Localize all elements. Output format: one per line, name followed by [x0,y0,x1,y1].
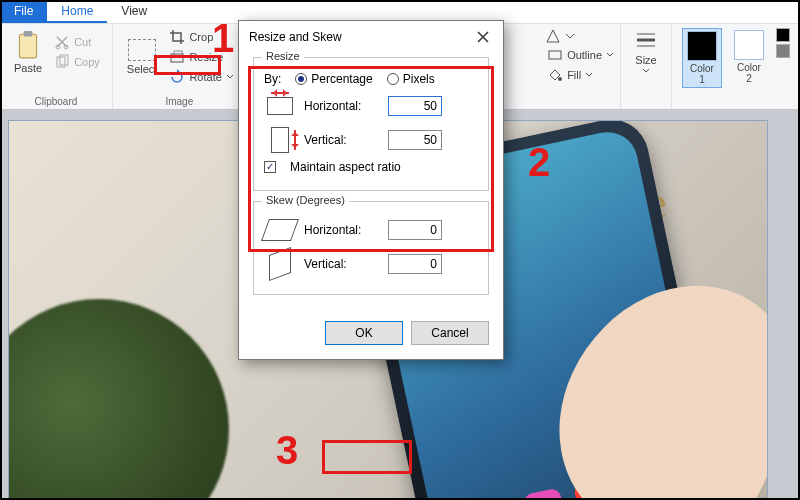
svg-point-9 [558,77,562,81]
close-button[interactable] [473,27,493,47]
outline-icon [547,47,563,63]
ribbon-group-clipboard: Paste Cut Copy Clipboard [0,24,113,109]
copy-button[interactable]: Copy [52,53,102,71]
color2-swatch [734,30,764,60]
ribbon-group-image: Select Crop Resize Rotate Image [113,24,247,109]
color2-button[interactable]: Color 2 [730,28,768,86]
resize-h-label: Horizontal: [304,99,380,113]
paste-button[interactable]: Paste [10,28,46,76]
svg-rect-8 [549,51,561,59]
color1-swatch [687,31,717,61]
size-button[interactable]: Size [631,28,661,76]
resize-label: Resize [189,51,223,63]
rotate-label: Rotate [189,71,221,83]
chevron-down-icon [585,67,593,83]
crop-label: Crop [189,31,213,43]
select-label: Select [127,63,158,75]
resize-fieldset: Resize By: Percentage Pixels Horizontal: [253,57,489,191]
by-label: By: [264,72,281,86]
swatch-black[interactable] [776,28,790,42]
resize-vertical-input[interactable] [388,130,442,150]
horizontal-resize-icon [264,92,296,120]
radio-percentage-label: Percentage [311,72,372,86]
rotate-icon [169,69,185,85]
fill-label: Fill [567,69,581,81]
skew-fieldset: Skew (Degrees) Horizontal: Vertical: [253,201,489,295]
swatch-gray[interactable] [776,44,790,58]
shape-triangle-icon[interactable] [545,28,561,44]
radio-pixels-label: Pixels [403,72,435,86]
radio-dot-icon [387,73,399,85]
ribbon-group-colors: Color 1 Color 2 [672,24,800,109]
vertical-resize-icon [264,126,296,154]
resize-horizontal-input[interactable] [388,96,442,116]
size-label: Size [635,54,656,66]
skew-v-label: Vertical: [304,257,380,271]
select-button[interactable]: Select [123,37,162,77]
fill-button[interactable]: Fill [545,66,595,84]
resize-button[interactable]: Resize [167,48,225,66]
group-title-clipboard: Clipboard [35,96,78,107]
resize-v-label: Vertical: [304,133,380,147]
resize-icon [169,49,185,65]
chevron-down-icon[interactable] [565,28,575,44]
radio-pixels[interactable]: Pixels [387,72,435,86]
tab-file[interactable]: File [0,0,47,23]
svg-rect-1 [24,31,33,36]
app-messages-icon [522,487,567,500]
radio-dot-icon [295,73,307,85]
color1-button[interactable]: Color 1 [682,28,722,88]
horizontal-skew-icon [264,216,296,244]
skew-legend: Skew (Degrees) [262,194,349,206]
color2-label: Color 2 [737,62,761,84]
group-title-image: Image [165,96,193,107]
chevron-down-icon [226,69,234,85]
dialog-titlebar[interactable]: Resize and Skew [239,21,503,53]
color1-label: Color 1 [690,63,714,85]
close-icon [477,31,489,43]
vertical-skew-icon [264,250,296,278]
cut-button[interactable]: Cut [52,33,93,51]
radio-percentage[interactable]: Percentage [295,72,372,86]
resize-legend: Resize [262,50,304,62]
plant-graphic [8,299,229,500]
rotate-button[interactable]: Rotate [167,68,235,86]
paste-label: Paste [14,62,42,74]
copy-label: Copy [74,56,100,68]
skew-horizontal-input[interactable] [388,220,442,240]
skew-vertical-input[interactable] [388,254,442,274]
maintain-aspect-label: Maintain aspect ratio [290,160,401,174]
crop-icon [169,29,185,45]
ok-button[interactable]: OK [325,321,403,345]
skew-h-label: Horizontal: [304,223,380,237]
fill-icon [547,67,563,83]
outline-button[interactable]: Outline [545,46,616,64]
tab-home[interactable]: Home [47,0,107,23]
maintain-aspect-checkbox[interactable] [264,161,276,173]
chevron-down-icon [642,68,650,74]
palette-partial [776,28,790,58]
paste-icon [15,30,41,60]
chevron-down-icon [606,47,614,63]
ribbon-group-size: Size [621,24,672,109]
outline-label: Outline [567,49,602,61]
select-icon [128,39,156,61]
crop-button[interactable]: Crop [167,28,215,46]
svg-rect-0 [19,34,36,58]
copy-icon [54,54,70,70]
resize-skew-dialog: Resize and Skew Resize By: Percentage Pi… [238,20,504,360]
size-icon [635,30,657,52]
cancel-button[interactable]: Cancel [411,321,489,345]
cut-icon [54,34,70,50]
dialog-title: Resize and Skew [249,30,342,44]
tab-view[interactable]: View [107,0,161,23]
svg-rect-6 [171,54,183,62]
cut-label: Cut [74,36,91,48]
